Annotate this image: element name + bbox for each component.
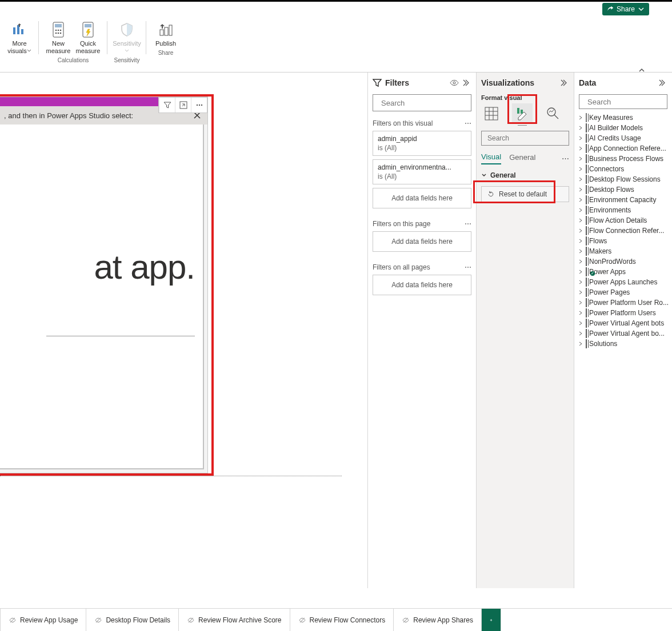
filter-dropzone-label: Add data fields here <box>391 194 453 202</box>
more-icon[interactable]: ⋯ <box>465 263 471 271</box>
table-icon <box>586 278 587 287</box>
tab-general[interactable]: General <box>509 153 535 164</box>
filter-dropzone[interactable]: Add data fields here <box>373 275 471 295</box>
data-table-item[interactable]: Flow Action Details <box>575 215 671 226</box>
data-table-item[interactable]: Power Apps Launches <box>575 277 671 287</box>
svg-point-5 <box>55 30 57 31</box>
data-table-item[interactable]: Solutions <box>575 339 671 349</box>
data-tables-list: Key MeasuresAI Builder ModelsAI Credits … <box>574 112 672 349</box>
more-visuals-icon <box>11 22 27 38</box>
data-search-input[interactable] <box>587 98 672 106</box>
canvas-edge <box>0 476 342 476</box>
table-icon <box>586 329 587 338</box>
chevron-right-icon <box>578 166 583 172</box>
filter-dropzone[interactable]: Add data fields here <box>373 188 471 208</box>
chevron-right-icon <box>578 115 583 120</box>
filters-search-input[interactable] <box>381 99 477 107</box>
publish-button[interactable]: Publish <box>151 19 181 49</box>
data-table-item[interactable]: AI Credits Usage <box>575 133 671 143</box>
plus-icon <box>490 616 493 624</box>
data-table-item[interactable]: Makers <box>575 246 671 256</box>
data-table-item[interactable]: Key Measures <box>575 112 671 123</box>
hidden-page-icon <box>298 616 306 624</box>
data-table-item[interactable]: Power Virtual Agent bo... <box>575 328 671 339</box>
data-table-item[interactable]: Power Virtual Agent bots <box>575 318 671 328</box>
collapse-panel-icon[interactable] <box>658 78 667 87</box>
page-tab[interactable]: Desktop Flow Details <box>86 609 179 631</box>
svg-rect-15 <box>169 25 172 35</box>
more-icon[interactable]: ⋯ <box>465 220 471 228</box>
filter-card[interactable]: admin_environmentna... is (All) <box>373 159 471 184</box>
ribbon: More visuals x New measure Quick measure… <box>0 17 672 73</box>
more-visuals-button[interactable]: More visuals <box>5 19 34 56</box>
general-section-toggle[interactable]: General <box>477 166 574 183</box>
data-table-item[interactable]: Flow Connection Refer... <box>575 226 671 236</box>
data-table-item[interactable]: Flows <box>575 236 671 246</box>
page-tab[interactable]: Review Flow Connectors <box>290 609 394 631</box>
share-button[interactable]: Share <box>602 3 649 15</box>
visual-focus-icon[interactable] <box>175 98 191 112</box>
data-search[interactable] <box>579 94 667 109</box>
filter-card[interactable]: admin_appid is (All) <box>373 131 471 156</box>
svg-point-7 <box>60 30 62 31</box>
visual-filter-icon[interactable] <box>159 98 175 112</box>
more-icon[interactable]: ⋯ <box>465 119 471 127</box>
data-table-label: Flow Connection Refer... <box>589 227 664 235</box>
page-tab[interactable]: Review App Shares <box>394 609 482 631</box>
data-table-item[interactable]: Power Platform User Ro... <box>575 298 671 308</box>
data-table-item[interactable]: Power Platform Users <box>575 308 671 318</box>
data-table-label: Power Platform Users <box>589 309 656 317</box>
data-table-label: Flow Action Details <box>589 216 647 224</box>
filters-page-heading: Filters on this page <box>373 220 430 228</box>
more-icon[interactable]: ⋯ <box>562 154 569 163</box>
format-visual-tab[interactable] <box>512 103 533 124</box>
data-table-item[interactable]: App Connection Refere... <box>575 143 671 154</box>
data-table-label: Connectors <box>589 165 624 173</box>
filter-dropzone[interactable]: Add data fields here <box>373 231 471 252</box>
data-table-item[interactable]: Power Pages <box>575 287 671 298</box>
viz-search-input[interactable] <box>487 134 573 142</box>
filters-visual-heading: Filters on this visual <box>373 119 433 127</box>
filters-search[interactable] <box>373 94 471 111</box>
table-icon <box>586 206 587 215</box>
data-table-item[interactable]: Business Process Flows <box>575 154 671 164</box>
tab-visual[interactable]: Visual <box>481 152 501 164</box>
analytics-tab[interactable] <box>543 103 563 124</box>
eye-icon[interactable] <box>450 78 459 87</box>
page-tab-label: Review App Usage <box>20 616 78 624</box>
visualizations-panel: Visualizations Format visual Visual Gene… <box>476 73 574 588</box>
page-tab[interactable]: Review App Usage <box>1 609 86 631</box>
page-tab-label: Desktop Flow Details <box>106 616 170 624</box>
report-visual[interactable]: , and then in Power Apps Studio select: … <box>0 97 208 473</box>
data-table-item[interactable]: Connectors <box>575 164 671 174</box>
add-page-button[interactable] <box>482 609 501 631</box>
table-icon <box>586 236 587 246</box>
collapse-panel-icon[interactable] <box>560 78 569 87</box>
chevron-right-icon <box>578 310 583 316</box>
collapse-panel-icon[interactable] <box>462 78 471 87</box>
build-visual-tab[interactable] <box>481 103 502 124</box>
quick-measure-button[interactable]: Quick measure <box>73 19 103 56</box>
data-table-item[interactable]: Environments <box>575 205 671 215</box>
viz-search[interactable] <box>481 131 569 146</box>
report-canvas[interactable]: , and then in Power Apps Studio select: … <box>0 73 342 588</box>
chevron-right-icon <box>578 290 583 295</box>
data-table-item[interactable]: Desktop Flows <box>575 184 671 195</box>
data-table-item[interactable]: Desktop Flow Sessions <box>575 174 671 184</box>
table-icon <box>586 226 587 235</box>
chevron-right-icon <box>578 207 583 213</box>
data-table-item[interactable]: AI Builder Models <box>575 123 671 133</box>
filter-dropzone-label: Add data fields here <box>391 238 453 246</box>
page-tab[interactable]: Review Flow Archive Score <box>179 609 290 631</box>
visual-more-icon[interactable] <box>191 98 207 112</box>
hidden-page-icon <box>94 616 102 624</box>
sensitivity-label: Sensitivity <box>113 40 141 47</box>
data-table-item[interactable]: Environment Capacity <box>575 195 671 205</box>
more-visuals-label: More visuals <box>7 40 27 54</box>
format-icon <box>515 106 530 121</box>
quick-measure-icon <box>81 21 95 38</box>
data-table-item[interactable]: ✓Power Apps <box>575 267 671 277</box>
new-measure-button[interactable]: New measure <box>43 19 73 56</box>
reset-to-default-button[interactable]: Reset to default <box>481 186 569 202</box>
data-table-item[interactable]: NonProdWords <box>575 256 671 267</box>
